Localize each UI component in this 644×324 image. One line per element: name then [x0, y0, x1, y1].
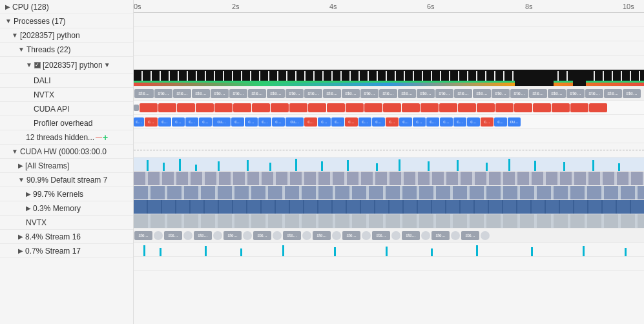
expand-kernels-icon[interactable]: ▶: [26, 190, 31, 197]
nvtx2-circle: [391, 231, 400, 240]
track-kernels: [134, 200, 644, 214]
cuda-api-block: c...: [185, 117, 198, 127]
thread-dropdown-icon[interactable]: ▼: [104, 61, 110, 68]
cuda-api-block: c...: [413, 117, 426, 127]
nvtx2-block: ste...: [253, 231, 271, 240]
sidebar-item-dali: DALI: [0, 74, 133, 88]
time-4s: 4s: [329, 3, 337, 10]
nvtx2-circle: [332, 231, 341, 240]
cuda-api-block: c...: [453, 117, 466, 127]
track-dali: ste... ste... ste... ste... ste... ste..…: [134, 86, 644, 101]
nvtx-block: [158, 103, 176, 112]
time-ruler: 0s 2s 4s 6s 8s 10s: [134, 0, 644, 13]
dali-block: ste...: [548, 89, 566, 98]
cuda-api-block: cu...: [213, 117, 231, 127]
cuda-api-block: c...: [272, 117, 285, 127]
nvtx-block: [271, 103, 289, 112]
sidebar-item-threads[interactable]: ▼ Threads (22): [0, 43, 133, 57]
cpu-label: CPU (128): [12, 3, 49, 12]
nvtx-block: [346, 103, 364, 112]
cuda-api-block: c...: [467, 117, 480, 127]
sidebar-item-memory[interactable]: ▶ 0.3% Memory: [0, 201, 133, 216]
cuda-api-block: cu...: [508, 117, 521, 127]
expand-memory-icon[interactable]: ▶: [26, 205, 31, 212]
expand-cpu-icon[interactable]: ▶: [5, 3, 10, 10]
expand-thread-icon[interactable]: ▼: [26, 61, 32, 68]
expand-default-stream-icon[interactable]: ▼: [18, 176, 25, 183]
dali-block: ste...: [529, 89, 547, 98]
track-default-stream: [134, 186, 644, 200]
nvtx-block: [196, 103, 214, 112]
thread-checkbox[interactable]: ✓: [34, 62, 41, 68]
expand-stream17-icon[interactable]: ▶: [18, 247, 23, 254]
track-processes: [134, 27, 644, 41]
dali-block: ste...: [510, 89, 528, 98]
nvtx-block: [458, 103, 476, 112]
thread-python-label: [2028357] python: [43, 61, 103, 70]
default-stream-label: 90.9% Default stream 7: [26, 176, 107, 185]
expand-processes-icon[interactable]: ▼: [5, 17, 12, 25]
track-threads: [134, 56, 644, 70]
nvtx-block: [364, 103, 382, 112]
nvtx-block: [308, 103, 326, 112]
dali-block: ste...: [379, 89, 397, 98]
sidebar-item-kernels[interactable]: ▶ 99.7% Kernels: [0, 187, 133, 201]
nvtx2-circle: [362, 231, 371, 240]
dali-block: ste...: [173, 89, 191, 98]
memory-label: 0.3% Memory: [33, 204, 81, 213]
dali-block: ste...: [192, 89, 210, 98]
sidebar: ▶ CPU (128) ▼ Processes (17) ▼ [2028357]…: [0, 0, 134, 324]
sidebar-item-cpu[interactable]: ▶ CPU (128): [0, 0, 133, 14]
dali-block: ste...: [248, 89, 266, 98]
sidebar-item-cuda-hw[interactable]: ▼ CUDA HW (0000:03:00.0: [0, 145, 133, 159]
sidebar-item-hidden-threads[interactable]: 12 threads hidden... — +: [0, 130, 133, 145]
expand-pid-icon[interactable]: ▼: [12, 32, 18, 39]
cuda-api-block: c...: [172, 117, 185, 127]
kernels-label: 99.7% Kernels: [33, 190, 83, 199]
sidebar-item-default-stream[interactable]: ▼ 90.9% Default stream 7: [0, 173, 133, 187]
track-stream16: [134, 243, 644, 257]
expand-cuda-hw-icon[interactable]: ▼: [12, 148, 18, 155]
cuda-api-block: c...: [199, 117, 212, 127]
cuda-api-block: c...: [145, 117, 158, 127]
nvtx2-block: ste...: [342, 231, 360, 240]
nvtx-block: [589, 103, 607, 112]
cuda-api-block: c...: [258, 117, 271, 127]
nvtx-block: [477, 103, 495, 112]
dali-block: ste...: [398, 89, 416, 98]
track-thread-python: [134, 70, 644, 86]
nvtx2-label: NVTX: [26, 218, 47, 227]
sidebar-item-pid-python[interactable]: ▼ [2028357] python: [0, 28, 133, 43]
expand-all-streams-icon[interactable]: ▶: [18, 162, 23, 169]
nvtx2-circle: [421, 231, 430, 240]
nvtx2-circle: [273, 231, 282, 240]
nvtx2-circle: [243, 231, 252, 240]
dali-block: ste...: [211, 89, 229, 98]
sidebar-item-thread-python[interactable]: ▼ ✓ [2028357] python ▼: [0, 57, 133, 74]
time-0s: 0s: [134, 3, 141, 10]
tracks: ste... ste... ste... ste... ste... ste..…: [134, 13, 644, 271]
cuda-api-block: c...: [318, 117, 331, 127]
cuda-api-label: CUDA API: [34, 105, 69, 114]
nvtx2-block: ste...: [313, 231, 331, 240]
nvtx-block: [233, 103, 251, 112]
sidebar-item-stream16[interactable]: ▶ 8.4% Stream 16: [0, 230, 133, 244]
time-10s: 10s: [623, 3, 634, 10]
nvtx2-block: ste...: [283, 231, 301, 240]
sidebar-item-stream17[interactable]: ▶ 0.7% Stream 17: [0, 244, 133, 258]
dali-block: ste...: [134, 89, 154, 98]
expand-stream16-icon[interactable]: ▶: [18, 233, 23, 240]
profiler-overhead-label: Profiler overhead: [34, 119, 92, 128]
dali-block: ste...: [417, 89, 435, 98]
track-all-streams: [134, 172, 644, 186]
track-pid-python: [134, 41, 644, 56]
sidebar-item-all-streams[interactable]: ▶ [All Streams]: [0, 159, 133, 173]
plus-icon[interactable]: +: [103, 132, 108, 143]
cuda-api-block: c...: [358, 117, 371, 127]
track-hidden-threads: [134, 143, 644, 157]
nvtx2-block: ste...: [461, 231, 479, 240]
expand-threads-icon[interactable]: ▼: [18, 46, 25, 53]
sidebar-item-processes[interactable]: ▼ Processes (17): [0, 14, 133, 28]
nvtx2-block: ste...: [164, 231, 182, 240]
dali-block: ste...: [473, 89, 491, 98]
